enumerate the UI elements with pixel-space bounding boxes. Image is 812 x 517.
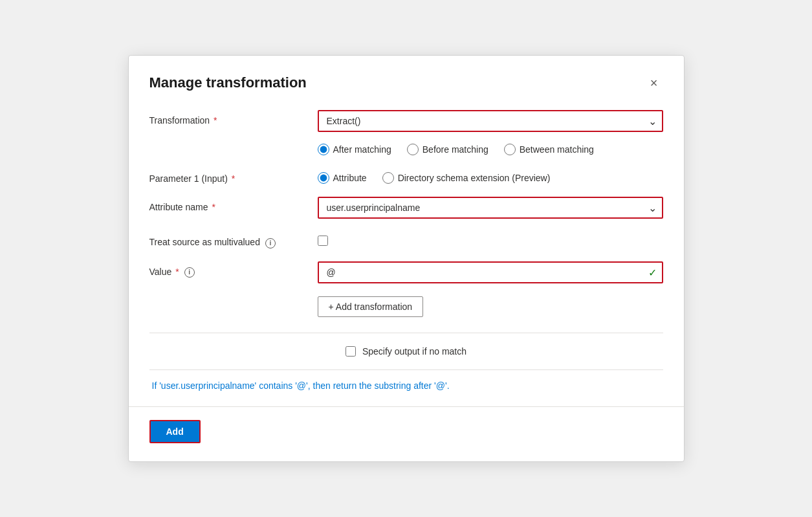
parameter1-required: * xyxy=(229,173,235,184)
treat-source-info-icon: i xyxy=(265,238,276,248)
transformation-select-wrapper: Extract() ToLower() ToUpper() Append() J… xyxy=(318,110,663,132)
transformation-row: Transformation * Extract() ToLower() ToU… xyxy=(149,110,663,155)
parameter1-radio-group: Attribute Directory schema extension (Pr… xyxy=(318,168,663,184)
radio-after-matching-label: After matching xyxy=(333,144,391,155)
radio-attribute-input[interactable] xyxy=(318,172,329,184)
footer: Add xyxy=(149,420,663,443)
dialog-title: Manage transformation xyxy=(149,74,307,91)
attribute-name-control: user.userprincipalname user.mail user.di… xyxy=(318,197,663,219)
info-text: If 'user.userprincipalname' contains '@'… xyxy=(149,380,663,391)
radio-attribute-label: Attribute xyxy=(333,173,367,183)
radio-directory-label: Directory schema extension (Preview) xyxy=(398,173,551,183)
parameter1-row: Parameter 1 (Input) * Attribute Director… xyxy=(149,168,663,184)
treat-source-label: Treat source as multivalued i xyxy=(149,232,318,248)
attribute-name-select-wrapper: user.userprincipalname user.mail user.di… xyxy=(318,197,663,219)
transformation-control: Extract() ToLower() ToUpper() Append() J… xyxy=(318,110,663,155)
dialog-header: Manage transformation × xyxy=(149,74,663,92)
attribute-name-select[interactable]: user.userprincipalname user.mail user.di… xyxy=(318,197,663,219)
divider-1 xyxy=(149,333,663,333)
parameter1-control: Attribute Directory schema extension (Pr… xyxy=(318,168,663,184)
close-button[interactable]: × xyxy=(645,74,663,92)
treat-source-checkbox[interactable] xyxy=(318,236,328,246)
transformation-label: Transformation * xyxy=(149,110,318,126)
radio-between-matching-label: Between matching xyxy=(520,144,594,155)
specify-output-label: Specify output if no match xyxy=(362,346,466,357)
add-transformation-button[interactable]: + Add transformation xyxy=(318,296,424,317)
transformation-select[interactable]: Extract() ToLower() ToUpper() Append() J… xyxy=(318,110,663,132)
manage-transformation-dialog: Manage transformation × Transformation *… xyxy=(128,55,685,461)
divider-2 xyxy=(149,369,663,370)
radio-before-matching[interactable]: Before matching xyxy=(407,144,488,155)
treat-source-checkbox-item xyxy=(318,232,663,246)
parameter1-label: Parameter 1 (Input) * xyxy=(149,168,318,184)
radio-between-matching[interactable]: Between matching xyxy=(504,144,594,155)
value-required: * xyxy=(173,267,179,277)
value-input[interactable] xyxy=(318,261,663,283)
attribute-name-row: Attribute name * user.userprincipalname … xyxy=(149,197,663,219)
radio-attribute[interactable]: Attribute xyxy=(318,172,367,184)
attribute-name-label: Attribute name * xyxy=(149,197,318,212)
radio-before-matching-input[interactable] xyxy=(407,144,419,155)
specify-output-row: Specify output if no match xyxy=(149,346,663,357)
value-row: Value * i ✓ xyxy=(149,261,663,283)
matching-radio-group: After matching Before matching Between m… xyxy=(318,140,663,155)
radio-after-matching-input[interactable] xyxy=(318,144,329,155)
treat-source-control xyxy=(318,232,663,246)
radio-before-matching-label: Before matching xyxy=(422,144,488,155)
transformation-required: * xyxy=(211,115,217,126)
value-info-icon: i xyxy=(184,267,195,278)
add-button[interactable]: Add xyxy=(149,420,201,443)
value-control: ✓ xyxy=(318,261,663,283)
specify-output-checkbox[interactable] xyxy=(346,346,356,357)
radio-directory[interactable]: Directory schema extension (Preview) xyxy=(382,172,551,184)
radio-after-matching[interactable]: After matching xyxy=(318,144,391,155)
radio-between-matching-input[interactable] xyxy=(504,144,516,155)
value-label: Value * i xyxy=(149,261,318,278)
add-transformation-row: + Add transformation xyxy=(149,296,663,322)
footer-divider xyxy=(129,406,684,407)
value-input-wrapper: ✓ xyxy=(318,261,663,283)
treat-source-row: Treat source as multivalued i xyxy=(149,232,663,248)
radio-directory-input[interactable] xyxy=(382,172,394,184)
attribute-name-required: * xyxy=(210,202,215,212)
